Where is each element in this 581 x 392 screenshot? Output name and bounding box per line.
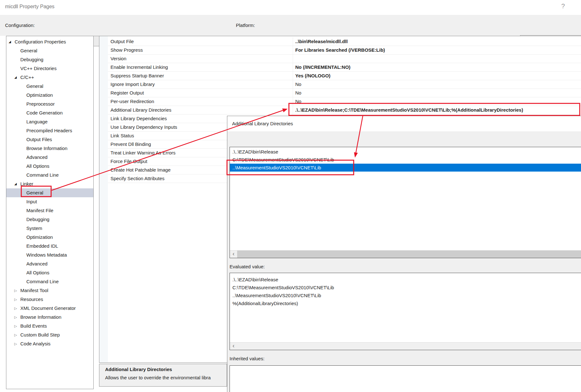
tree-item-advanced[interactable]: Advanced <box>6 259 93 268</box>
description-text: Allows the user to override the environm… <box>105 375 211 380</box>
property-row-output-file[interactable]: Output File..\bin\Release/micdll.dll <box>108 37 581 46</box>
tree-item-manifest-file[interactable]: Manifest File <box>6 206 93 215</box>
expand-arrow-icon[interactable]: ▷ <box>14 304 17 313</box>
property-row-version[interactable]: Version <box>108 55 581 63</box>
directory-list-item[interactable]: ..\MeasurementStudioVS2010\VCNET\Lib <box>230 164 581 172</box>
property-name: Link Library Dependencies <box>110 114 167 123</box>
tree-item-input[interactable]: Input <box>6 197 93 206</box>
tree-item-browse-information[interactable]: Browse Information <box>6 144 93 153</box>
tree-item-label: XML Document Generator <box>20 305 76 311</box>
tree-item-label: All Options <box>26 270 50 275</box>
inherited-values-box[interactable] <box>230 365 581 392</box>
tree-item-windows-metadata[interactable]: Windows Metadata <box>6 251 93 259</box>
directory-list-item[interactable]: C:\TDE\MeasurementStudioVS2010\VCNET\Lib <box>230 156 581 164</box>
property-value[interactable]: No <box>295 89 581 97</box>
tree-item-label: Embedded IDL <box>26 243 58 249</box>
property-value[interactable]: No <box>295 97 581 106</box>
expand-arrow-icon[interactable]: ▷ <box>14 330 17 339</box>
tree-item-language[interactable]: Language <box>6 117 93 126</box>
tree-item-label: Browse Information <box>26 146 67 151</box>
scroll-left-icon[interactable]: ‹ <box>230 251 237 258</box>
collapse-arrow-icon[interactable]: ◢ <box>14 73 17 82</box>
tree-item-label: General <box>20 48 37 53</box>
evaluated-value-label: Evaluated value: <box>230 264 265 269</box>
property-name: Ignore Import Library <box>110 80 155 88</box>
tree-item-code-analysis[interactable]: ▷Code Analysis <box>6 339 93 348</box>
tree-item-code-generation[interactable]: Code Generation <box>6 108 93 117</box>
tree-item-command-line[interactable]: Command Line <box>6 277 93 286</box>
directory-list-item[interactable]: .\..\EZAD\bin\Release <box>230 148 581 156</box>
property-value[interactable]: .\..\EZAD\bin\Release;C:\TDE\Measurement… <box>295 106 581 114</box>
tree-item-label: Code Analysis <box>20 341 50 346</box>
tree-item-label: Optimization <box>26 92 53 98</box>
property-row-suppress-startup-banner[interactable]: Suppress Startup BannerYes (/NOLOGO) <box>108 72 581 80</box>
tree-item-resources[interactable]: ▷Resources <box>6 295 93 304</box>
tree-item-label: Debugging <box>26 217 50 222</box>
tree-item-preprocessor[interactable]: Preprocessor <box>6 100 93 108</box>
tree-item-precompiled-headers[interactable]: Precompiled Headers <box>6 126 93 135</box>
property-name: Use Library Dependency Inputs <box>110 123 177 131</box>
property-value[interactable]: For Libraries Searched (/VERBOSE:Lib) <box>295 46 581 54</box>
tree-item-xml-document-generator[interactable]: ▷XML Document Generator <box>6 304 93 313</box>
tree-item-label: Code Generation <box>26 110 63 115</box>
tree-item-system[interactable]: System <box>6 224 93 233</box>
property-row-enable-incremental-linking[interactable]: Enable Incremental LinkingNo (/INCREMENT… <box>108 63 581 72</box>
tree-item-general[interactable]: General <box>6 188 93 197</box>
property-row-show-progress[interactable]: Show ProgressFor Libraries Searched (/VE… <box>108 46 581 55</box>
collapse-arrow-icon[interactable]: ◢ <box>14 180 17 188</box>
collapse-arrow-icon[interactable]: ◢ <box>9 37 11 46</box>
tree-item-browse-information[interactable]: ▷Browse Information <box>6 313 93 322</box>
horizontal-scrollbar[interactable]: ‹ <box>230 250 581 258</box>
tree-item-general[interactable]: General <box>6 46 93 55</box>
help-icon[interactable]: ? <box>561 3 565 10</box>
scrollbar-thumb[interactable] <box>237 251 581 258</box>
tree-item-debugging[interactable]: Debugging <box>6 215 93 224</box>
tree-item-vc-directories[interactable]: VC++ Directories <box>6 64 93 73</box>
tree-item-optimization[interactable]: Optimization <box>6 91 93 100</box>
property-name: Version <box>110 55 126 63</box>
evaluated-value-box: .\..\EZAD\bin\ReleaseC:\TDE\MeasurementS… <box>230 273 581 350</box>
property-name: Suppress Startup Banner <box>110 72 164 80</box>
tree-item-all-options[interactable]: All Options <box>6 162 93 171</box>
property-name: Per-user Redirection <box>110 97 154 106</box>
property-name: Force File Output <box>110 157 147 166</box>
property-value[interactable]: Yes (/NOLOGO) <box>295 72 581 80</box>
property-row-register-output[interactable]: Register OutputNo <box>108 89 581 97</box>
property-row-per-user-redirection[interactable]: Per-user RedirectionNo <box>108 97 581 106</box>
dialog-title: Additional Library Directories <box>227 116 581 131</box>
tree-item-manifest-tool[interactable]: ▷Manifest Tool <box>6 286 93 295</box>
expand-arrow-icon[interactable]: ▷ <box>14 322 17 330</box>
tree-item-optimization[interactable]: Optimization <box>6 233 93 242</box>
expand-arrow-icon[interactable]: ▷ <box>14 295 17 304</box>
tree-item-label: Precompiled Headers <box>26 128 72 133</box>
property-value[interactable]: ..\bin\Release/micdll.dll <box>295 37 581 46</box>
tree-item-output-files[interactable]: Output Files <box>6 135 93 144</box>
property-value[interactable]: No <box>295 80 581 88</box>
tree-item-label: Command Line <box>26 172 59 178</box>
tree-item-embedded-idl[interactable]: Embedded IDL <box>6 242 93 251</box>
window-title: micdll Property Pages <box>5 4 55 10</box>
tree-item-command-line[interactable]: Command Line <box>6 171 93 180</box>
tree-item-configuration-properties[interactable]: ◢Configuration Properties <box>6 37 93 46</box>
platform-label: Platform: <box>236 23 255 28</box>
tree-item-linker[interactable]: ◢Linker <box>6 180 93 188</box>
tree-item-build-events[interactable]: ▷Build Events <box>6 322 93 330</box>
evaluated-value-line: %(AdditionalLibraryDirectories) <box>230 299 581 307</box>
tree-item-advanced[interactable]: Advanced <box>6 153 93 162</box>
tree-item-label: General <box>26 83 43 89</box>
property-description-panel: Additional Library Directories Allows th… <box>99 364 227 387</box>
tree-item-debugging[interactable]: Debugging <box>6 55 93 64</box>
tree-item-all-options[interactable]: All Options <box>6 268 93 277</box>
property-row-additional-library-directories[interactable]: Additional Library Directories.\..\EZAD\… <box>108 106 581 114</box>
tree-item-c-c[interactable]: ◢C/C++ <box>6 73 93 82</box>
property-value[interactable]: No (/INCREMENTAL:NO) <box>295 63 581 71</box>
expand-arrow-icon[interactable]: ▷ <box>14 313 17 322</box>
expand-arrow-icon[interactable]: ▷ <box>14 286 17 295</box>
expand-arrow-icon[interactable]: ▷ <box>14 339 17 348</box>
horizontal-scrollbar[interactable]: ‹ <box>230 342 581 350</box>
tree-item-general[interactable]: General <box>6 82 93 91</box>
scroll-left-icon[interactable]: ‹ <box>230 343 237 350</box>
property-row-ignore-import-library[interactable]: Ignore Import LibraryNo <box>108 80 581 89</box>
tree-item-label: Input <box>26 199 37 204</box>
tree-item-custom-build-step[interactable]: ▷Custom Build Step <box>6 330 93 339</box>
